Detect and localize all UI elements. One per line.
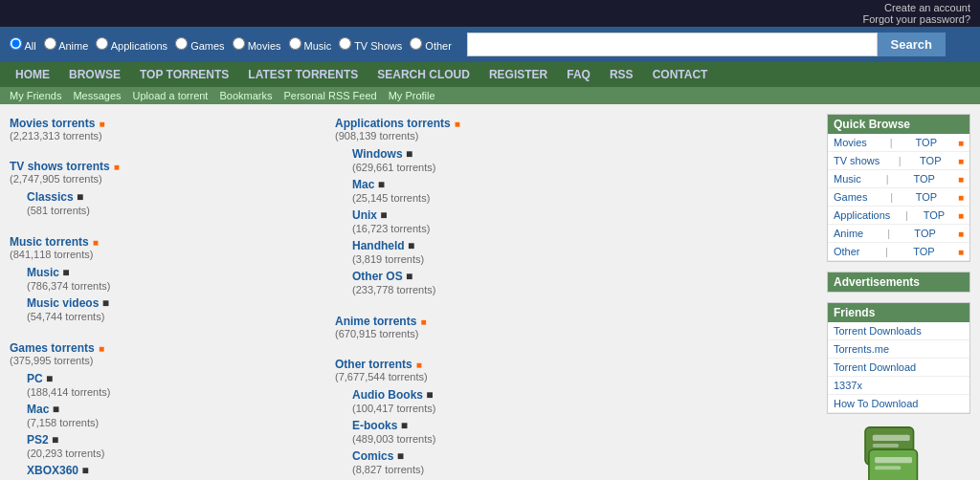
nav-latest-torrents[interactable]: LATEST TORRENTS — [238, 62, 368, 87]
mac-games-count: (7,158 torrents) — [27, 417, 99, 428]
other-count: (7,677,544 torrents) — [335, 371, 817, 382]
friend-torrent-downloads-link[interactable]: Torrent Downloads — [834, 325, 922, 337]
anime-link[interactable]: Anime torrents — [335, 315, 416, 328]
classics-link[interactable]: Classics — [27, 190, 74, 204]
qb-tvshows-link[interactable]: TV shows — [834, 155, 880, 166]
subnav-messages[interactable]: Messages — [73, 90, 121, 101]
create-account-link[interactable]: Create an account — [884, 2, 970, 13]
ps2-item: PS2 ■ (20,293 torrents) — [27, 433, 325, 460]
qb-anime-link[interactable]: Anime — [834, 228, 863, 239]
mac-apps-link[interactable]: Mac — [352, 178, 374, 191]
music-sub-count: (786,374 torrents) — [27, 280, 110, 292]
otheros-count: (233,778 torrents) — [352, 284, 435, 295]
radio-games[interactable]: Games — [175, 37, 225, 52]
radio-movies[interactable]: Movies — [233, 37, 281, 52]
xbox360-item: XBOX360 ■ (12,137 torrents) — [27, 464, 325, 480]
music-videos-link[interactable]: Music videos — [27, 296, 99, 310]
unix-link[interactable]: Unix — [352, 208, 377, 222]
mac-apps-rss-icon: ■ — [378, 178, 385, 191]
radio-music[interactable]: Music — [289, 37, 332, 52]
ps2-link[interactable]: PS2 — [27, 433, 49, 447]
games-rss-icon: ■ — [99, 343, 104, 354]
subnav-friends[interactable]: My Friends — [10, 90, 61, 101]
radio-tvshows[interactable]: TV Shows — [339, 37, 402, 52]
tvshows-count: (2,747,905 torrents) — [10, 173, 325, 185]
friend-how-to-download-link[interactable]: How To Download — [834, 398, 918, 409]
ads-section: Advertisements — [827, 272, 970, 293]
tvshows-link[interactable]: TV shows torrents — [10, 160, 110, 173]
qb-movies-link[interactable]: Movies — [834, 137, 867, 148]
applications-link[interactable]: Applications torrents — [335, 117, 451, 130]
qb-anime-rss-icon: ■ — [958, 229, 964, 239]
movies-link[interactable]: Movies torrents — [10, 117, 95, 130]
mac-apps-count: (25,145 torrents) — [352, 192, 430, 204]
nav-top-torrents[interactable]: TOP TORRENTS — [130, 62, 238, 87]
forgot-password-link[interactable]: Forgot your password? — [863, 13, 971, 25]
radio-other[interactable]: Other — [410, 37, 452, 52]
qb-tvshows-top-link[interactable]: TOP — [920, 155, 941, 166]
otheros-link[interactable]: Other OS — [352, 270, 403, 283]
qb-applications-top-link[interactable]: TOP — [924, 209, 945, 221]
subnav-upload[interactable]: Upload a torrent — [133, 90, 209, 101]
search-input[interactable] — [467, 33, 878, 56]
handheld-apps-link[interactable]: Handheld — [352, 239, 405, 252]
qb-games-rss-icon: ■ — [958, 192, 964, 203]
qb-other: Other | TOP ■ — [828, 243, 969, 261]
qb-applications-rss-icon: ■ — [958, 210, 964, 221]
qb-movies-rss-icon: ■ — [958, 138, 964, 148]
nav-register[interactable]: REGISTER — [479, 62, 557, 87]
other-rss-icon: ■ — [416, 360, 422, 370]
comics-link[interactable]: Comics — [352, 449, 393, 463]
nav-contact[interactable]: CONTACT — [643, 62, 718, 87]
movies-title: Movies torrents ■ — [10, 114, 325, 130]
right-column: Quick Browse Movies | TOP ■ TV shows | T… — [827, 114, 970, 480]
friend-torrent-download-link[interactable]: Torrent Download — [834, 361, 916, 373]
qb-other-top-link[interactable]: TOP — [913, 246, 934, 257]
windows-link[interactable]: Windows — [352, 147, 403, 161]
music-link[interactable]: Music torrents — [10, 235, 89, 249]
music-sub-link[interactable]: Music — [27, 266, 59, 279]
anime-rss-icon: ■ — [421, 316, 427, 327]
qb-anime-top-link[interactable]: TOP — [914, 228, 935, 239]
mac-games-link[interactable]: Mac — [27, 403, 49, 416]
search-button[interactable]: Search — [878, 33, 946, 56]
nav-home[interactable]: HOME — [6, 62, 59, 87]
radio-anime[interactable]: Anime — [44, 37, 89, 52]
nav-browse[interactable]: BROWSE — [59, 62, 130, 87]
left-column: Movies torrents ■ (2,213,313 torrents) T… — [10, 114, 325, 480]
subnav-rss-feed[interactable]: Personal RSS Feed — [283, 90, 376, 101]
xbox360-link[interactable]: XBOX360 — [27, 464, 78, 477]
classics-rss-icon: ■ — [77, 190, 83, 204]
qb-applications-link[interactable]: Applications — [834, 209, 890, 221]
audiobooks-link[interactable]: Audio Books — [352, 388, 423, 402]
pc-link[interactable]: PC — [27, 372, 43, 385]
music-count: (841,118 torrents) — [10, 249, 325, 260]
qb-games-link[interactable]: Games — [834, 191, 867, 203]
qb-music-top-link[interactable]: TOP — [914, 173, 935, 185]
nav-rss[interactable]: RSS — [600, 62, 643, 87]
qb-anime: Anime | TOP ■ — [828, 225, 969, 243]
nav-search-cloud[interactable]: SEARCH CLOUD — [368, 62, 479, 87]
ps2-rss-icon: ■ — [52, 433, 58, 447]
radio-applications[interactable]: Applications — [96, 37, 167, 52]
games-link[interactable]: Games torrents — [10, 341, 95, 355]
friend-1337x-link[interactable]: 1337x — [834, 380, 862, 391]
friend-torrents-me: Torrents.me — [828, 340, 969, 359]
friend-torrent-downloads: Torrent Downloads — [828, 322, 969, 340]
other-block: Other torrents ■ (7,677,544 torrents) Au… — [335, 355, 817, 480]
other-link[interactable]: Other torrents — [335, 358, 412, 371]
qb-games-top-link[interactable]: TOP — [916, 191, 937, 203]
anime-title: Anime torrents ■ — [335, 312, 817, 328]
qb-movies-top-link[interactable]: TOP — [916, 137, 937, 148]
music-videos-rss-icon: ■ — [102, 296, 109, 310]
music-sub-rss-icon: ■ — [62, 266, 69, 279]
friend-torrents-me-link[interactable]: Torrents.me — [834, 343, 889, 355]
qb-music-link[interactable]: Music — [834, 173, 861, 185]
nav-faq[interactable]: FAQ — [557, 62, 600, 87]
center-column: Applications torrents ■ (908,139 torrent… — [335, 114, 817, 480]
subnav-profile[interactable]: My Profile — [389, 90, 435, 101]
qb-other-link[interactable]: Other — [834, 246, 860, 257]
ebooks-link[interactable]: E-books — [352, 419, 397, 432]
radio-all[interactable]: All — [10, 37, 36, 52]
subnav-bookmarks[interactable]: Bookmarks — [219, 90, 272, 101]
